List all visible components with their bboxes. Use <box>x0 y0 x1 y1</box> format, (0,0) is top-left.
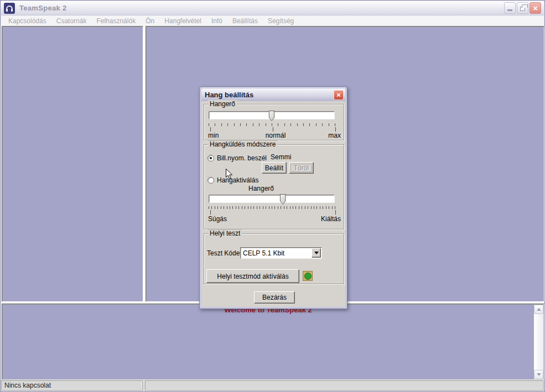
restore-icon <box>520 7 525 11</box>
scroll-up-button[interactable] <box>534 305 543 314</box>
send-method-group: Hangküldés módszere Bill.nyom. beszél Se… <box>204 144 344 229</box>
volume-normal-label: normál <box>262 132 289 139</box>
menu-info[interactable]: Infó <box>206 16 227 26</box>
chevron-down-icon <box>537 373 541 376</box>
volume-slider-thumb-face <box>269 111 274 121</box>
volume-group-label: Hangerő <box>208 100 237 108</box>
test-led-indicator <box>304 273 312 280</box>
dropdown-arrow-icon <box>314 252 319 254</box>
threshold-label: Hangerő <box>248 185 274 192</box>
chevron-up-icon <box>537 308 541 311</box>
hotkey-value: Semmi <box>271 153 291 161</box>
title-bar: TeamSpeak 2 × <box>1 1 544 15</box>
local-test-group-label: Helyi teszt <box>208 229 242 237</box>
send-method-group-label: Hangküldés módszere <box>208 140 277 148</box>
threshold-high-tick <box>335 210 336 215</box>
activate-local-test-button[interactable]: Helyi tesztmód aktíválás <box>206 269 299 283</box>
threshold-low-tick <box>210 210 211 215</box>
volume-max-label: max <box>328 132 341 139</box>
mouse-cursor <box>226 169 233 181</box>
codec-label: Teszt Kódek: <box>207 249 245 257</box>
dialog-close-button[interactable]: × <box>334 90 344 100</box>
chat-scrollbar[interactable] <box>534 305 543 379</box>
dialog-title: Hang beállítás <box>205 91 253 99</box>
clear-hotkey-button[interactable]: Töröl <box>289 162 314 174</box>
volume-normal-tick <box>273 127 273 132</box>
volume-min-label: min <box>208 132 219 139</box>
test-codec-select[interactable]: CELP 5.1 Kbit <box>240 247 322 259</box>
window-title: TeamSpeak 2 <box>19 4 504 12</box>
minimize-button[interactable] <box>504 2 516 14</box>
shout-label: Kiáltás <box>321 215 341 223</box>
set-hotkey-button[interactable]: Beállít <box>262 162 287 174</box>
volume-tick-marks <box>209 123 335 126</box>
channel-tree-panel <box>2 26 143 302</box>
sound-settings-dialog: Hang beállítás × Hangerő min normál max … <box>199 86 347 309</box>
chat-log-panel: Welcome to TeamSpeak 2 <box>2 304 544 380</box>
close-icon: × <box>533 4 537 12</box>
whisper-label: Súgás <box>208 215 227 223</box>
volume-min-tick <box>210 127 211 132</box>
local-test-group: Helyi teszt Teszt Kódek: CELP 5.1 Kbit H… <box>204 233 344 284</box>
threshold-slider-thumb-face <box>281 195 286 204</box>
push-to-talk-radio[interactable] <box>207 155 214 161</box>
test-led-frame <box>303 271 313 281</box>
status-bar: Nincs kapcsolat <box>1 379 544 391</box>
menu-on[interactable]: Ön <box>141 16 159 26</box>
teamspeak-main-window: TeamSpeak 2 × Kapcsolódás Csatornák Felh… <box>0 0 545 392</box>
volume-slider-thumb[interactable] <box>269 111 275 121</box>
status-secondary <box>145 380 543 390</box>
scroll-down-button[interactable] <box>534 370 543 379</box>
threshold-slider-thumb[interactable] <box>280 194 286 205</box>
dialog-title-bar: Hang beállítás × <box>201 88 345 101</box>
status-connection-text: Nincs kapcsolat <box>4 381 51 389</box>
minimize-icon <box>507 9 512 11</box>
window-controls: × <box>504 2 541 14</box>
dialog-close-bottom-button[interactable]: Bezárás <box>254 291 295 304</box>
volume-group: Hangerő min normál max <box>204 104 344 140</box>
menu-csatornak[interactable]: Csatornák <box>51 16 92 26</box>
voice-activation-label: Hangaktiválás <box>217 176 258 184</box>
threshold-tick-marks <box>209 206 335 209</box>
menu-bar: Kapcsolódás Csatornák Felhasználók Ön Ha… <box>1 15 544 26</box>
test-codec-value: CELP 5.1 Kbit <box>241 249 312 257</box>
menu-felhasznalok[interactable]: Felhasználók <box>91 16 141 26</box>
dialog-close-icon: × <box>336 91 341 98</box>
close-button[interactable]: × <box>530 2 541 14</box>
status-connection: Nincs kapcsolat <box>1 380 143 390</box>
combo-dropdown-button[interactable] <box>312 248 321 258</box>
voice-activation-radio[interactable] <box>207 177 214 184</box>
radio-selected-dot <box>210 157 212 159</box>
teamspeak-headphones-icon <box>4 3 15 14</box>
volume-max-tick <box>335 127 336 132</box>
menu-beallitas[interactable]: Beállítás <box>227 16 263 26</box>
restore-button[interactable] <box>517 2 528 14</box>
menu-segitseg[interactable]: Segítség <box>263 16 299 26</box>
dialog-client-area: Hangerő min normál max Hangküldés módsze… <box>201 101 345 307</box>
volume-slider-track[interactable] <box>209 111 335 119</box>
threshold-slider-track[interactable] <box>209 195 335 203</box>
menu-hangfelvetel[interactable]: Hangfelvétel <box>159 16 206 26</box>
push-to-talk-label: Bill.nyom. beszél <box>217 154 267 162</box>
menu-kapcsolodas[interactable]: Kapcsolódás <box>3 16 51 26</box>
